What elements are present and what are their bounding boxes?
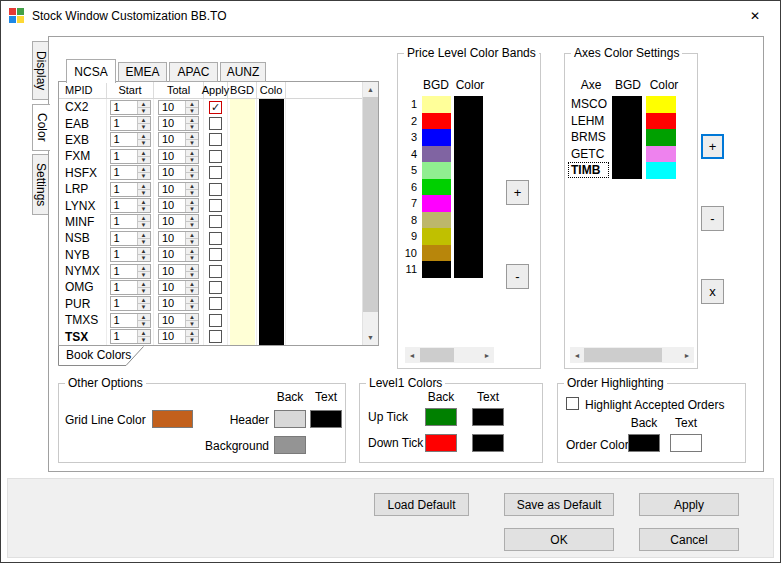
apply-checkbox[interactable] <box>209 150 222 163</box>
axe-color-swatch[interactable] <box>646 162 676 179</box>
band-color-swatch[interactable] <box>454 245 483 262</box>
tab-apac[interactable]: APAC <box>169 62 218 82</box>
bgd-swatch[interactable] <box>230 148 255 164</box>
ok-button[interactable]: OK <box>504 528 614 551</box>
total-spinner[interactable]: 10▲▼ <box>158 132 199 147</box>
axe-bgd-swatch[interactable] <box>612 113 642 130</box>
axe-color-swatch[interactable] <box>646 146 676 163</box>
spin-down-icon[interactable]: ▼ <box>186 107 198 114</box>
spin-down-icon[interactable]: ▼ <box>138 221 150 228</box>
band-color-swatch[interactable] <box>454 162 483 179</box>
axes-hscrollbar[interactable]: ◄ ► <box>570 347 694 363</box>
band-remove-button[interactable]: - <box>506 264 529 289</box>
band-bgd-swatch[interactable] <box>422 113 451 130</box>
band-bgd-swatch[interactable] <box>422 162 451 179</box>
axes-row[interactable]: TIMB <box>569 162 676 179</box>
color-swatch[interactable] <box>259 115 284 131</box>
apply-checkbox[interactable] <box>209 183 222 196</box>
axes-delete-button[interactable]: x <box>701 279 724 304</box>
start-spinner[interactable]: 1▲▼ <box>110 313 151 328</box>
band-color-swatch[interactable] <box>454 261 483 278</box>
total-spinner[interactable]: 10▲▼ <box>158 296 199 311</box>
spin-down-icon[interactable]: ▼ <box>186 205 198 212</box>
spin-down-icon[interactable]: ▼ <box>138 303 150 310</box>
spin-down-icon[interactable]: ▼ <box>138 238 150 245</box>
apply-checkbox[interactable] <box>209 117 222 130</box>
band-color-swatch[interactable] <box>454 96 483 113</box>
start-spinner[interactable]: 1▲▼ <box>110 264 151 279</box>
scroll-left-icon[interactable]: ◄ <box>405 347 419 363</box>
spin-down-icon[interactable]: ▼ <box>138 172 150 179</box>
tick-text-swatch[interactable] <box>472 408 504 426</box>
color-swatch[interactable] <box>259 214 284 230</box>
total-spinner[interactable]: 10▲▼ <box>158 149 199 164</box>
total-spinner[interactable]: 10▲▼ <box>158 329 199 344</box>
price-bands-hscrollbar[interactable]: ◄ ► <box>405 347 494 363</box>
bgd-swatch[interactable] <box>230 165 255 181</box>
apply-checkbox[interactable] <box>209 281 222 294</box>
order-back-swatch[interactable] <box>628 434 660 452</box>
total-spinner[interactable]: 10▲▼ <box>158 214 199 229</box>
start-spinner[interactable]: 1▲▼ <box>110 116 151 131</box>
start-spinner[interactable]: 1▲▼ <box>110 280 151 295</box>
spin-down-icon[interactable]: ▼ <box>186 123 198 130</box>
tab-display[interactable]: Display <box>32 41 49 100</box>
start-spinner[interactable]: 1▲▼ <box>110 214 151 229</box>
axes-row[interactable]: BRMS <box>569 129 676 146</box>
cancel-button[interactable]: Cancel <box>639 528 739 551</box>
start-spinner[interactable]: 1▲▼ <box>110 132 151 147</box>
book-table-vscrollbar[interactable]: ▲ ▼ <box>362 82 378 345</box>
apply-checkbox[interactable] <box>209 199 222 212</box>
apply-checkbox[interactable] <box>209 297 222 310</box>
apply-checkbox[interactable] <box>209 314 222 327</box>
tick-back-swatch[interactable] <box>425 408 457 426</box>
color-swatch[interactable] <box>259 165 284 181</box>
band-bgd-swatch[interactable] <box>422 195 451 212</box>
band-bgd-swatch[interactable] <box>422 129 451 146</box>
bgd-swatch[interactable] <box>230 312 255 328</box>
spin-down-icon[interactable]: ▼ <box>138 320 150 327</box>
start-spinner[interactable]: 1▲▼ <box>110 198 151 213</box>
band-color-swatch[interactable] <box>454 212 483 229</box>
total-spinner[interactable]: 10▲▼ <box>158 264 199 279</box>
band-color-swatch[interactable] <box>454 129 483 146</box>
scroll-up-icon[interactable]: ▲ <box>363 82 378 97</box>
band-bgd-swatch[interactable] <box>422 146 451 163</box>
grid-line-color-swatch[interactable] <box>152 410 193 428</box>
spin-down-icon[interactable]: ▼ <box>186 238 198 245</box>
total-spinner[interactable]: 10▲▼ <box>158 231 199 246</box>
total-spinner[interactable]: 10▲▼ <box>158 198 199 213</box>
tab-ncsa[interactable]: NCSA <box>66 59 116 83</box>
bgd-swatch[interactable] <box>230 99 255 115</box>
band-color-swatch[interactable] <box>454 113 483 130</box>
band-bgd-swatch[interactable] <box>422 96 451 113</box>
band-bgd-swatch[interactable] <box>422 228 451 245</box>
bgd-swatch[interactable] <box>230 247 255 263</box>
color-swatch[interactable] <box>259 296 284 312</box>
color-swatch[interactable] <box>259 279 284 295</box>
apply-checkbox[interactable] <box>209 248 222 261</box>
spin-down-icon[interactable]: ▼ <box>186 303 198 310</box>
start-spinner[interactable]: 1▲▼ <box>110 165 151 180</box>
scroll-right-icon[interactable]: ► <box>480 347 494 363</box>
apply-checkbox[interactable]: ✓ <box>209 101 222 114</box>
total-spinner[interactable]: 10▲▼ <box>158 280 199 295</box>
spin-down-icon[interactable]: ▼ <box>138 189 150 196</box>
spin-down-icon[interactable]: ▼ <box>186 139 198 146</box>
background-swatch[interactable] <box>274 436 306 454</box>
axes-row[interactable]: MSCO <box>569 96 676 113</box>
start-spinner[interactable]: 1▲▼ <box>110 329 151 344</box>
start-spinner[interactable]: 1▲▼ <box>110 247 151 262</box>
order-text-swatch[interactable] <box>670 434 702 452</box>
spin-down-icon[interactable]: ▼ <box>138 107 150 114</box>
start-spinner[interactable]: 1▲▼ <box>110 231 151 246</box>
load-default-button[interactable]: Load Default <box>374 493 469 516</box>
color-swatch[interactable] <box>259 328 284 344</box>
spin-down-icon[interactable]: ▼ <box>138 336 150 343</box>
header-text-swatch[interactable] <box>310 410 342 428</box>
apply-button[interactable]: Apply <box>639 493 739 516</box>
color-swatch[interactable] <box>259 247 284 263</box>
spin-down-icon[interactable]: ▼ <box>138 205 150 212</box>
spin-down-icon[interactable]: ▼ <box>138 123 150 130</box>
band-bgd-swatch[interactable] <box>422 212 451 229</box>
